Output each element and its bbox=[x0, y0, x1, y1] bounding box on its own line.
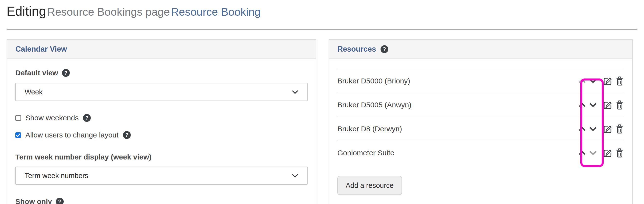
resource-controls bbox=[578, 123, 624, 135]
calendar-view-panel: Calendar View Default view ? Week Show w… bbox=[6, 39, 316, 204]
term-week-select[interactable]: Term week numbers bbox=[15, 167, 308, 185]
allow-layout-label: Allow users to change layout bbox=[25, 131, 118, 139]
resource-row: Bruker D8 (Derwyn) bbox=[337, 117, 624, 141]
help-icon[interactable]: ? bbox=[62, 69, 70, 77]
allow-layout-row: Allow users to change layout ? bbox=[15, 131, 308, 139]
term-week-select-value: Term week numbers bbox=[25, 172, 88, 180]
edit-icon bbox=[602, 100, 612, 110]
panels-row: Calendar View Default view ? Week Show w… bbox=[6, 39, 638, 204]
delete-button[interactable] bbox=[615, 148, 624, 158]
move-down-button[interactable] bbox=[588, 99, 598, 111]
resource-controls bbox=[578, 147, 624, 159]
page: Editing Resource Bookings page Resource … bbox=[0, 0, 644, 204]
delete-button[interactable] bbox=[615, 99, 624, 110]
chevron-down-icon bbox=[292, 174, 298, 178]
add-resource-button[interactable]: Add a resource bbox=[337, 176, 402, 195]
calendar-view-panel-title: Calendar View bbox=[15, 45, 67, 54]
resource-row: Bruker D5005 (Anwyn) bbox=[337, 93, 624, 117]
help-icon[interactable]: ? bbox=[83, 114, 91, 122]
resources-panel: Resources ? Bruker D5000 (Briony) bbox=[328, 39, 633, 204]
trash-icon bbox=[615, 124, 624, 134]
page-header: Editing Resource Bookings page Resource … bbox=[0, 0, 644, 22]
page-title-subtitle: Resource Bookings page bbox=[47, 6, 170, 18]
move-up-button[interactable] bbox=[578, 147, 587, 159]
delete-button[interactable] bbox=[615, 124, 624, 134]
edit-button[interactable] bbox=[602, 76, 612, 86]
default-view-select[interactable]: Week bbox=[15, 83, 308, 101]
calendar-view-panel-body: Default view ? Week Show weekends ? bbox=[7, 69, 316, 204]
resources-panel-title: Resources bbox=[337, 45, 376, 54]
page-title: Editing Resource Bookings page Resource … bbox=[6, 4, 638, 22]
resource-name: Bruker D5005 (Anwyn) bbox=[337, 101, 411, 109]
move-up-button[interactable] bbox=[578, 99, 587, 111]
chevron-up-icon bbox=[578, 78, 586, 83]
show-only-label-row: Show only ? bbox=[15, 197, 308, 204]
checkmark-icon bbox=[15, 132, 21, 138]
chevron-up-icon bbox=[578, 127, 586, 131]
move-up-button[interactable] bbox=[578, 75, 587, 87]
resource-row: Goniometer Suite bbox=[337, 141, 624, 165]
resource-row: Bruker D5000 (Briony) bbox=[337, 69, 624, 93]
edit-icon bbox=[602, 148, 612, 158]
resources-list: Bruker D5000 (Briony) bbox=[337, 69, 624, 165]
trash-icon bbox=[615, 148, 624, 158]
allow-layout-checkbox[interactable] bbox=[15, 132, 21, 138]
default-view-select-value: Week bbox=[25, 88, 43, 96]
resources-panel-header: Resources ? bbox=[329, 40, 632, 59]
show-weekends-label: Show weekends bbox=[25, 114, 78, 122]
resource-controls bbox=[578, 75, 624, 87]
resource-name: Bruker D8 (Derwyn) bbox=[337, 125, 402, 133]
show-weekends-checkbox[interactable] bbox=[15, 115, 21, 121]
chevron-down-icon bbox=[589, 150, 597, 155]
chevron-up-icon bbox=[578, 103, 586, 107]
delete-button[interactable] bbox=[615, 76, 624, 86]
help-icon[interactable]: ? bbox=[380, 45, 388, 53]
chevron-down-icon bbox=[589, 78, 597, 83]
trash-icon bbox=[615, 100, 624, 110]
show-weekends-row: Show weekends ? bbox=[15, 114, 308, 122]
chevron-down-icon bbox=[589, 127, 597, 131]
resource-booking-link[interactable]: Resource Booking bbox=[171, 6, 261, 18]
edit-icon bbox=[602, 124, 612, 134]
calendar-view-panel-header: Calendar View bbox=[7, 40, 316, 59]
edit-button[interactable] bbox=[602, 124, 612, 134]
edit-button[interactable] bbox=[602, 148, 612, 158]
chevron-up-icon bbox=[578, 150, 586, 155]
trash-icon bbox=[615, 76, 624, 86]
move-down-button[interactable] bbox=[588, 147, 598, 159]
page-title-editing: Editing bbox=[6, 4, 46, 18]
chevron-down-icon bbox=[292, 90, 298, 94]
edit-icon bbox=[602, 76, 612, 86]
move-up-button[interactable] bbox=[578, 123, 587, 135]
header-divider bbox=[6, 29, 638, 30]
resource-name: Bruker D5000 (Briony) bbox=[337, 77, 410, 85]
chevron-down-icon bbox=[589, 103, 597, 107]
move-down-button[interactable] bbox=[588, 75, 598, 87]
move-down-button[interactable] bbox=[588, 123, 598, 135]
default-view-label-row: Default view ? bbox=[15, 69, 308, 77]
help-icon[interactable]: ? bbox=[123, 131, 131, 139]
show-only-label: Show only bbox=[15, 197, 52, 204]
term-week-label-row: Term week number display (week view) bbox=[15, 153, 308, 161]
help-icon[interactable]: ? bbox=[56, 198, 64, 204]
resources-panel-body: Bruker D5000 (Briony) bbox=[329, 69, 632, 204]
term-week-label: Term week number display (week view) bbox=[15, 153, 152, 161]
default-view-label: Default view bbox=[15, 69, 58, 77]
resource-controls bbox=[578, 99, 624, 111]
resource-name: Goniometer Suite bbox=[337, 149, 394, 157]
edit-button[interactable] bbox=[602, 99, 612, 110]
